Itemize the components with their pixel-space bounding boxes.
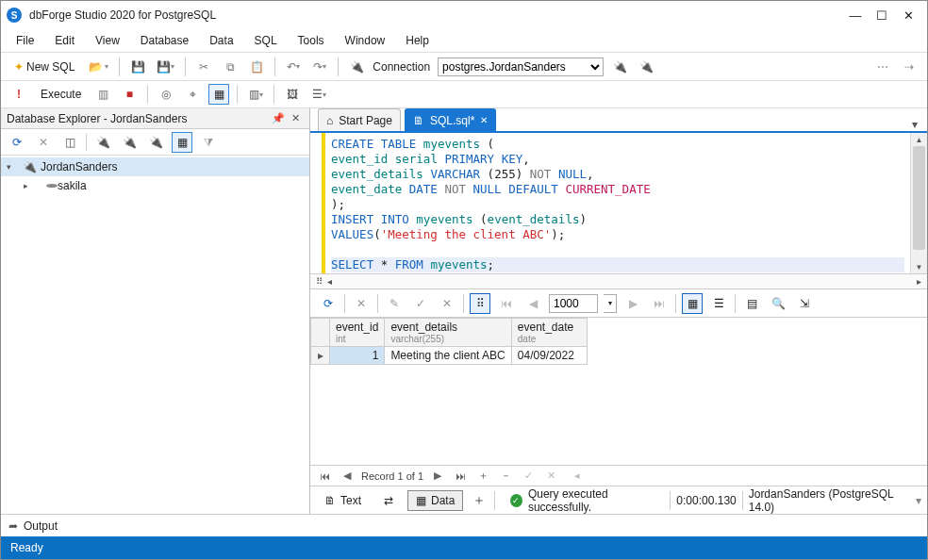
save-all-button[interactable]: 💾▾ — [154, 57, 177, 77]
plug-action1-icon[interactable]: 🔌 — [609, 57, 630, 77]
paste-button[interactable]: 📋 — [246, 57, 267, 77]
menu-sql[interactable]: SQL — [245, 31, 287, 50]
page-mode-button[interactable]: ⠿ — [470, 293, 490, 314]
data-table[interactable]: event_idint event_detailsvarchar(255) ev… — [310, 318, 588, 365]
menu-database[interactable]: Database — [131, 31, 198, 50]
results-grid[interactable]: event_idint event_detailsvarchar(255) ev… — [310, 318, 927, 465]
copy-button[interactable]: ⧉ — [220, 57, 240, 77]
funnel-icon[interactable]: ⧩ — [198, 132, 219, 153]
tab-close-icon[interactable]: ✕ — [480, 115, 488, 125]
nav-remove-button[interactable]: － — [497, 469, 514, 483]
scroll-up-icon[interactable]: ▲ — [911, 133, 927, 146]
col-header-event-id[interactable]: event_idint — [330, 319, 385, 347]
results-search-button[interactable]: 🔍 — [768, 293, 788, 314]
view-card-button[interactable]: ☰ — [708, 293, 729, 314]
menu-tools[interactable]: Tools — [289, 31, 334, 50]
nav-first-button[interactable]: ⏮ — [316, 470, 333, 482]
tree-connection-node[interactable]: ▾ 🔌 JordanSanders — [1, 157, 309, 176]
toolbar-overflow-2[interactable]: ⇢ — [899, 57, 920, 77]
stop-button[interactable]: ■ — [119, 84, 140, 105]
table-row[interactable]: ▸ 1 Meeting the client ABC 04/09/2022 — [311, 347, 588, 365]
refresh-button[interactable]: ⟳ — [7, 132, 27, 153]
menu-edit[interactable]: Edit — [45, 31, 84, 50]
result-tab-data[interactable]: ▦ Data — [407, 490, 463, 511]
view-pivot-button[interactable]: ▤ — [741, 293, 762, 314]
save-button[interactable]: 💾 — [127, 57, 148, 77]
scrollbar-thumb[interactable] — [913, 146, 925, 250]
nav-prev-icon[interactable]: ◀ — [522, 293, 543, 314]
delete-button[interactable]: ✕ — [33, 132, 54, 153]
nav-last-button[interactable]: ⏭ — [452, 470, 469, 482]
output-panel-tab[interactable]: ➦ Output — [1, 514, 927, 536]
panel-close-icon[interactable]: ✕ — [287, 112, 304, 124]
new-window-icon[interactable]: ◫ — [59, 132, 80, 153]
nav-next-button[interactable]: ▶ — [429, 469, 446, 482]
window-minimize-button[interactable]: — — [842, 5, 869, 25]
plug-red-icon[interactable]: 🔌 — [145, 132, 166, 153]
col-header-event-date[interactable]: event_datedate — [511, 319, 587, 347]
nav-add-button[interactable]: ＋ — [474, 469, 491, 483]
expand-icon[interactable]: ▸ — [24, 181, 35, 190]
menu-window[interactable]: Window — [336, 31, 395, 50]
new-sql-button[interactable]: ✦ New SQL — [8, 57, 80, 77]
execute-step-button[interactable]: ▥ — [92, 84, 113, 105]
window-close-button[interactable]: ✕ — [895, 5, 921, 25]
object-filter-icon[interactable]: ▦ — [172, 132, 192, 153]
results-commit-icon[interactable]: ✓ — [410, 293, 431, 314]
toolbar-btn-layout-icon[interactable]: ▥▾ — [245, 84, 266, 105]
splitter-handle-icon[interactable]: ⠿ ◂ — [316, 276, 333, 287]
results-cancel-icon[interactable]: ✕ — [437, 293, 457, 314]
editor-vertical-scrollbar[interactable]: ▲ ▼ — [910, 133, 927, 273]
plug-connect-icon[interactable]: 🔌 — [346, 57, 367, 77]
nav-last-icon[interactable]: ⏭ — [649, 293, 670, 314]
editor-splitter[interactable]: ⠿ ◂ ▸ — [310, 274, 927, 289]
nav-next-icon[interactable]: ▶ — [622, 293, 643, 314]
tab-start-page[interactable]: ⌂ Start Page — [318, 108, 401, 131]
cell-event-date[interactable]: 04/09/2022 — [511, 347, 587, 365]
view-grid-button[interactable]: ▦ — [682, 293, 703, 314]
menu-data[interactable]: Data — [200, 31, 242, 50]
menu-help[interactable]: Help — [396, 31, 439, 50]
cell-event-details[interactable]: Meeting the client ABC — [385, 347, 511, 365]
result-tab-text[interactable]: 🗎 Text — [316, 490, 370, 511]
redo-button[interactable]: ↷▾ — [309, 57, 330, 77]
nav-first-icon[interactable]: ⏮ — [496, 293, 517, 314]
cell-event-id[interactable]: 1 — [330, 347, 385, 365]
results-export-button[interactable]: ⇲ — [794, 293, 815, 314]
tabstrip-dropdown-icon[interactable]: ▾ — [912, 118, 927, 131]
window-maximize-button[interactable]: ☐ — [869, 5, 895, 25]
footer-dropdown-icon[interactable]: ▾ — [916, 494, 921, 507]
code-content[interactable]: CREATE TABLE myevents (event_id serial P… — [325, 133, 910, 273]
cut-button[interactable]: ✂ — [193, 57, 214, 77]
nav-prev-button[interactable]: ◀ — [339, 469, 356, 482]
nav-commit-button[interactable]: ✓ — [520, 469, 537, 482]
col-header-event-details[interactable]: event_detailsvarchar(255) — [385, 319, 511, 347]
toolbar-btn-db-icon[interactable]: ◎ — [156, 84, 176, 105]
plug-action2-icon[interactable]: 🔌 — [636, 57, 656, 77]
explorer-tree[interactable]: ▾ 🔌 JordanSanders ▸ sakila — [1, 156, 309, 514]
hscroll-right-icon[interactable]: ▸ — [917, 276, 921, 287]
plug-gray-icon[interactable]: 🔌 — [119, 132, 140, 153]
page-size-dropdown-icon[interactable]: ▾ — [604, 294, 617, 313]
page-size-input[interactable] — [549, 294, 598, 313]
results-delete-button[interactable]: ✕ — [351, 293, 372, 314]
pin-icon[interactable]: 📌 — [270, 112, 287, 124]
toolbar-overflow-1[interactable]: ⋯ — [872, 57, 893, 77]
execute-button[interactable]: Execute — [35, 84, 87, 105]
toolbar-btn-target-icon[interactable]: ⌖ — [182, 84, 203, 105]
collapse-icon[interactable]: ▾ — [7, 162, 18, 172]
undo-button[interactable]: ↶▾ — [283, 57, 304, 77]
result-tab-swap[interactable]: ⇄ — [375, 490, 402, 511]
toolbar-btn-picture-icon[interactable]: 🖼 — [282, 84, 303, 105]
scroll-down-icon[interactable]: ▼ — [911, 260, 927, 273]
toolbar-btn-options-icon[interactable]: ☰▾ — [308, 84, 329, 105]
tab-sql[interactable]: 🗎 SQL.sql* ✕ — [405, 108, 496, 131]
tree-database-node[interactable]: ▸ sakila — [1, 176, 309, 195]
nav-cancel-button[interactable]: ✕ — [542, 469, 559, 482]
add-result-tab-button[interactable]: ＋ — [469, 492, 489, 509]
plug-green-icon[interactable]: 🔌 — [92, 132, 113, 153]
connection-select[interactable]: postgres.JordanSanders — [438, 58, 604, 76]
results-refresh-button[interactable]: ⟳ — [318, 293, 339, 314]
nav-scroll-left[interactable]: ◂ — [569, 469, 586, 482]
results-edit-icon[interactable]: ✎ — [384, 293, 405, 314]
